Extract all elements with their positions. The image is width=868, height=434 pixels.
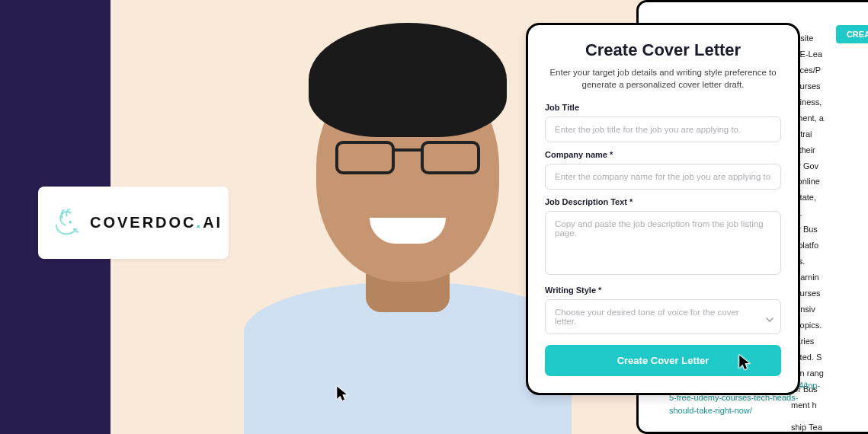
- job-title-input[interactable]: [545, 116, 781, 142]
- svg-point-0: [69, 221, 71, 222]
- research-text-fragment: s online: [791, 176, 863, 188]
- research-text-fragment: hensiv: [791, 304, 863, 316]
- research-text-fragment: rvices/P: [791, 65, 863, 77]
- brand-word-a: COVERDOC: [90, 214, 197, 231]
- research-text-fragment: es.: [791, 208, 863, 220]
- research-text-fragment: Learnin: [791, 272, 863, 284]
- brand-sep: .: [197, 214, 203, 231]
- form-subtitle: Enter your target job details and writin…: [545, 66, 781, 91]
- research-text-fragment: courses: [791, 81, 863, 93]
- research-text-fragment: courses: [791, 288, 863, 300]
- research-text-fragment: Varies: [791, 336, 863, 348]
- research-text-fragment: pment, a: [791, 113, 863, 125]
- research-text-fragment: for Gov: [791, 161, 863, 173]
- create-tag-button[interactable]: CREAT: [836, 25, 868, 43]
- research-text-fragment: ship Tea: [791, 422, 863, 434]
- brand-name: COVERDOC.AI: [90, 214, 223, 231]
- research-text-fragment: , state,: [791, 192, 863, 204]
- research-text-fragment: for Bus: [791, 224, 863, 236]
- founder-photo: [244, 8, 572, 434]
- research-text-fragment: g platfo: [791, 240, 863, 252]
- create-cover-letter-form: Create Cover Letter Enter your target jo…: [526, 23, 800, 395]
- research-text-fragment: ers.: [791, 256, 863, 268]
- form-title: Create Cover Letter: [545, 40, 781, 60]
- job-title-label: Job Title: [545, 103, 781, 112]
- research-text-fragment: y: E-Lea: [791, 49, 863, 61]
- job-description-label: Job Description Text *: [545, 197, 781, 206]
- company-name-input[interactable]: [545, 164, 781, 190]
- rabbit-icon: [50, 207, 82, 239]
- research-text-fragment: te trai: [791, 129, 863, 141]
- writing-style-select[interactable]: Choose your desired tone of voice for th…: [545, 299, 781, 334]
- company-name-label: Company name *: [545, 150, 781, 159]
- research-text-fragment: usiness,: [791, 97, 863, 109]
- research-text-fragment: ill their: [791, 145, 863, 157]
- job-description-textarea[interactable]: [545, 211, 781, 275]
- brand-logo-card: COVERDOC.AI: [38, 187, 229, 259]
- writing-style-label: Writing Style *: [545, 286, 781, 295]
- brand-word-b: AI: [203, 214, 223, 231]
- create-cover-letter-button[interactable]: Create Cover Letter: [545, 345, 781, 376]
- research-text-fragment: c topics.: [791, 320, 863, 332]
- research-text-fragment: ected. S: [791, 352, 863, 364]
